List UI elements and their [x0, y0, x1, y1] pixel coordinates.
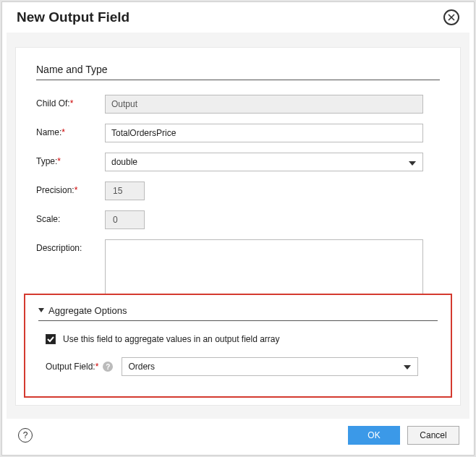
label-text: Scale: — [36, 214, 60, 224]
dialog-title: New Output Field — [17, 9, 129, 25]
section-name-and-type-title: Name and Type — [36, 64, 440, 75]
name-input[interactable] — [105, 124, 423, 142]
close-button[interactable] — [443, 9, 459, 25]
precision-input[interactable] — [105, 181, 145, 200]
label-text: Child Of: — [36, 98, 70, 108]
required-asterisk: * — [95, 362, 99, 372]
aggregate-checkbox-row: Use this field to aggregate values in an… — [46, 334, 438, 344]
child-of-input[interactable] — [105, 95, 423, 114]
row-description: Description: — [36, 239, 440, 294]
aggregate-checkbox[interactable] — [46, 334, 56, 344]
label-text: Description: — [36, 243, 82, 253]
collapse-triangle-icon — [38, 308, 44, 314]
check-icon — [47, 336, 54, 343]
required-asterisk: * — [70, 98, 74, 108]
new-output-field-dialog: New Output Field Name and Type Child Of:… — [1, 1, 475, 456]
ok-button[interactable]: OK — [348, 426, 400, 445]
type-select-value — [105, 153, 423, 171]
label-text: Output Field: — [46, 362, 95, 372]
label-description: Description: — [36, 239, 105, 253]
label-type: Type:* — [36, 153, 105, 166]
row-child-of: Child Of:* — [36, 95, 440, 114]
output-field-select[interactable] — [122, 357, 418, 376]
description-textarea[interactable] — [105, 239, 423, 294]
output-field-label: Output Field:* — [46, 362, 98, 372]
row-type: Type:* — [36, 153, 440, 171]
cancel-button[interactable]: Cancel — [407, 426, 459, 445]
aggregate-options-toggle[interactable]: Aggregate Options — [38, 305, 438, 316]
aggregate-checkbox-label: Use this field to aggregate values in an… — [63, 334, 280, 344]
row-precision: Precision:* — [36, 181, 440, 200]
required-asterisk: * — [57, 156, 61, 166]
svg-marker-3 — [38, 308, 44, 312]
label-text: Type: — [36, 156, 57, 166]
output-field-row: Output Field:* ? — [46, 357, 438, 376]
label-child-of: Child Of:* — [36, 95, 105, 108]
footer-buttons: OK Cancel — [348, 426, 459, 445]
dialog-body: Name and Type Child Of:* Name:* — [7, 33, 469, 419]
dialog-footer: ? OK Cancel — [2, 419, 474, 455]
row-scale: Scale: — [36, 210, 440, 229]
label-precision: Precision:* — [36, 181, 105, 195]
scale-input[interactable] — [105, 210, 145, 229]
label-scale: Scale: — [36, 210, 105, 224]
required-asterisk: * — [61, 127, 65, 137]
help-icon[interactable]: ? — [103, 362, 113, 372]
output-field-value — [122, 357, 418, 376]
aggregate-options-section: Aggregate Options Use this field to aggr… — [24, 294, 452, 398]
divider — [38, 320, 438, 321]
label-text: Precision: — [36, 185, 75, 195]
dialog-header: New Output Field — [2, 2, 474, 28]
help-button[interactable]: ? — [18, 428, 33, 443]
label-name: Name:* — [36, 124, 105, 137]
form-card: Name and Type Child Of:* Name:* — [15, 47, 461, 406]
row-name: Name:* — [36, 124, 440, 142]
divider — [36, 80, 440, 80]
type-select[interactable] — [105, 153, 423, 171]
label-text: Name: — [36, 127, 61, 137]
close-icon — [448, 14, 455, 21]
required-asterisk: * — [75, 185, 78, 195]
aggregate-options-title: Aggregate Options — [48, 305, 127, 316]
